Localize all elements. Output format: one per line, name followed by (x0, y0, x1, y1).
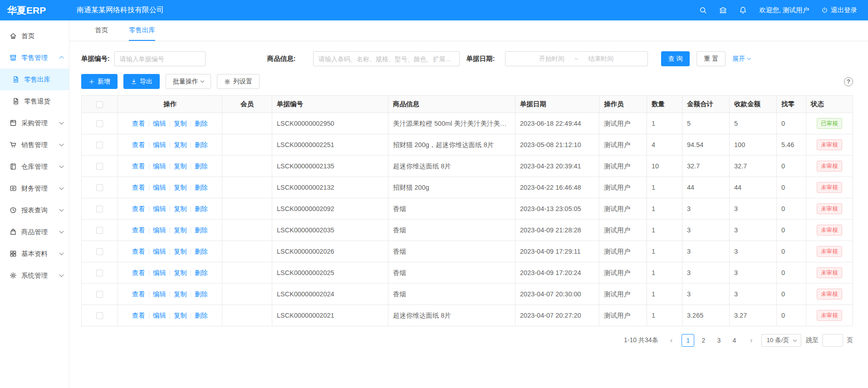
row-action-edit[interactable]: 编辑 (153, 162, 166, 171)
cell-received: 3 (730, 220, 777, 241)
search-icon[interactable] (699, 6, 707, 14)
sidebar-item-purchase-mgmt[interactable]: 采购管理 (0, 112, 69, 134)
row-action-delete[interactable]: 删除 (195, 119, 208, 128)
row-checkbox[interactable] (96, 184, 103, 191)
export-button[interactable]: 导出 (123, 74, 160, 89)
column-settings-button[interactable]: 列设置 (217, 74, 260, 89)
tab-retail-outbound[interactable]: 零售出库 (129, 20, 155, 41)
tab-home[interactable]: 首页 (95, 20, 108, 41)
cell-total: 32.7 (682, 156, 730, 177)
row-checkbox[interactable] (96, 227, 103, 234)
sidebar-item-home[interactable]: 首页 (0, 25, 69, 47)
row-action-delete[interactable]: 删除 (195, 247, 208, 256)
page-number-2[interactable]: 2 (697, 334, 710, 347)
row-action-copy[interactable]: 复制 (174, 141, 187, 149)
sidebar-item-report-query[interactable]: 报表查询 (0, 199, 69, 221)
row-action-delete[interactable]: 删除 (195, 183, 208, 192)
row-action-view[interactable]: 查看 (132, 205, 145, 213)
cell-received: 32.7 (730, 156, 777, 177)
row-action-delete[interactable]: 删除 (195, 141, 208, 149)
row-action-copy[interactable]: 复制 (174, 290, 187, 299)
sidebar-item-system-mgmt[interactable]: 系统管理 (0, 265, 69, 286)
row-checkbox[interactable] (96, 312, 103, 319)
row-action-copy[interactable]: 复制 (174, 183, 187, 192)
row-action-copy[interactable]: 复制 (174, 119, 187, 128)
row-action-view[interactable]: 查看 (132, 141, 145, 149)
row-action-edit[interactable]: 编辑 (153, 269, 166, 277)
row-action-view[interactable]: 查看 (132, 247, 145, 256)
row-action-edit[interactable]: 编辑 (153, 226, 166, 235)
row-action-view[interactable]: 查看 (132, 311, 145, 320)
row-action-view[interactable]: 查看 (132, 183, 145, 192)
sidebar-subitem-retail-return[interactable]: 零售退货 (0, 90, 69, 112)
reset-button[interactable]: 重 置 (696, 51, 726, 66)
cell-product: 香烟 (388, 262, 515, 284)
row-action-copy[interactable]: 复制 (174, 247, 187, 256)
row-action-copy[interactable]: 复制 (174, 311, 187, 320)
row-checkbox[interactable] (96, 163, 103, 170)
row-checkbox[interactable] (96, 142, 103, 148)
row-action-delete[interactable]: 删除 (195, 269, 208, 277)
product-info-input[interactable] (313, 51, 460, 66)
row-action-copy[interactable]: 复制 (174, 269, 187, 277)
jump-page-input[interactable] (822, 334, 843, 347)
chevron-down-icon (59, 142, 64, 147)
select-all-checkbox[interactable] (96, 101, 103, 108)
row-action-delete[interactable]: 删除 (195, 311, 208, 320)
cell-qty: 1 (647, 241, 682, 262)
row-action-edit[interactable]: 编辑 (153, 247, 166, 256)
row-action-edit[interactable]: 编辑 (153, 141, 166, 149)
row-action-view[interactable]: 查看 (132, 226, 145, 235)
date-range-picker[interactable]: 开始时间 ~ 结束时间 (505, 51, 648, 66)
cell-operator: 测试用户 (599, 220, 647, 241)
prev-page-button[interactable]: ‹ (665, 334, 677, 347)
row-action-view[interactable]: 查看 (132, 119, 145, 128)
cell-qty: 1 (647, 113, 682, 134)
expand-toggle[interactable]: 展开 (732, 55, 750, 63)
row-action-delete[interactable]: 删除 (195, 226, 208, 235)
page-number-3[interactable]: 3 (712, 334, 725, 347)
sidebar-item-basic-data[interactable]: 基本资料 (0, 243, 69, 265)
row-checkbox[interactable] (96, 270, 103, 276)
sidebar-subitem-retail-outbound[interactable]: 零售出库 (0, 69, 69, 90)
row-checkbox[interactable] (96, 248, 103, 255)
clock-icon (10, 206, 17, 214)
row-checkbox[interactable] (96, 291, 103, 298)
page-number-1[interactable]: 1 (682, 334, 694, 347)
row-action-edit[interactable]: 编辑 (153, 183, 166, 192)
page-number-4[interactable]: 4 (728, 334, 740, 347)
row-action-delete[interactable]: 删除 (195, 290, 208, 299)
row-checkbox[interactable] (96, 206, 103, 212)
row-action-delete[interactable]: 删除 (195, 162, 208, 171)
sidebar-item-warehouse-mgmt[interactable]: 仓库管理 (0, 156, 69, 177)
row-action-copy[interactable]: 复制 (174, 226, 187, 235)
row-action-edit[interactable]: 编辑 (153, 311, 166, 320)
bell-icon[interactable] (739, 6, 747, 14)
row-action-view[interactable]: 查看 (132, 162, 145, 171)
doc-number-input[interactable] (114, 51, 206, 66)
bank-icon[interactable] (719, 6, 727, 14)
next-page-button[interactable]: › (745, 334, 757, 347)
batch-operations-button[interactable]: 批量操作 (166, 74, 211, 89)
page-size-select[interactable]: 10 条/页 (761, 334, 801, 347)
sidebar-item-retail-mgmt[interactable]: 零售管理 (0, 47, 69, 69)
row-action-view[interactable]: 查看 (132, 290, 145, 299)
chevron-down-icon (201, 79, 204, 83)
sidebar-item-finance-mgmt[interactable]: 财务管理 (0, 177, 69, 199)
row-action-view[interactable]: 查看 (132, 269, 145, 277)
sidebar-item-sales-mgmt[interactable]: 销售管理 (0, 134, 69, 156)
action-divider (191, 206, 191, 212)
row-action-edit[interactable]: 编辑 (153, 205, 166, 213)
row-action-edit[interactable]: 编辑 (153, 119, 166, 128)
row-action-delete[interactable]: 删除 (195, 205, 208, 213)
box-icon (10, 119, 17, 127)
row-action-copy[interactable]: 复制 (174, 205, 187, 213)
row-checkbox[interactable] (96, 120, 103, 127)
sidebar-item-product-mgmt[interactable]: 商品管理 (0, 221, 69, 243)
row-action-edit[interactable]: 编辑 (153, 290, 166, 299)
search-button[interactable]: 查 询 (661, 51, 690, 66)
row-action-copy[interactable]: 复制 (174, 162, 187, 171)
help-icon[interactable]: ? (844, 77, 853, 86)
add-button[interactable]: 新增 (81, 74, 118, 89)
logout-button[interactable]: 退出登录 (821, 6, 857, 15)
